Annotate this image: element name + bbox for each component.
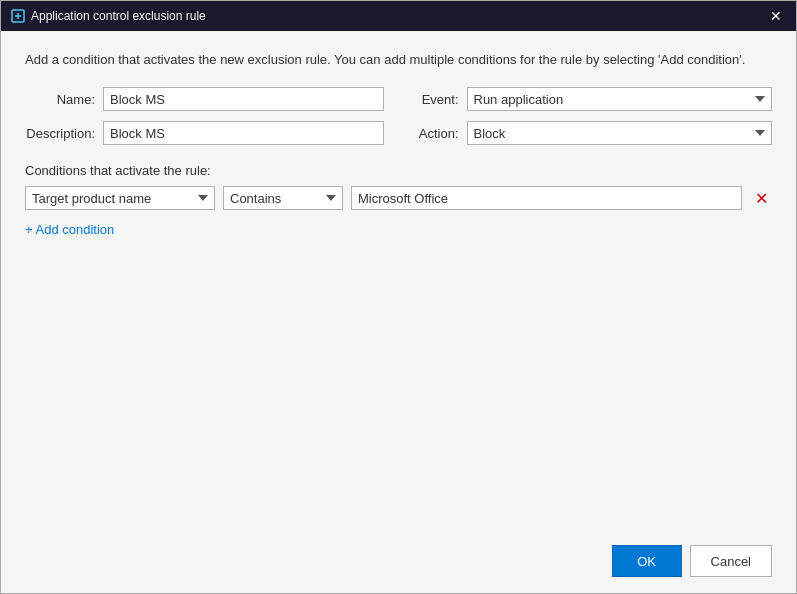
cancel-button[interactable]: Cancel bbox=[690, 545, 772, 577]
event-select[interactable]: Run application Run script Block applica… bbox=[467, 87, 773, 111]
conditions-section: Conditions that activate the rule: Targe… bbox=[25, 163, 772, 237]
event-row: Event: Run application Run script Block … bbox=[414, 87, 773, 111]
description-input[interactable] bbox=[103, 121, 384, 145]
spacer bbox=[25, 249, 772, 519]
dialog-footer: OK Cancel bbox=[1, 535, 796, 593]
conditions-label: Conditions that activate the rule: bbox=[25, 163, 772, 178]
condition-row: Target product name Target file name Tar… bbox=[25, 186, 772, 210]
event-label: Event: bbox=[414, 92, 459, 107]
app-icon bbox=[11, 9, 25, 23]
description-row: Description: bbox=[25, 121, 384, 145]
condition-value-input[interactable] bbox=[351, 186, 742, 210]
dialog-window: Application control exclusion rule ✕ Add… bbox=[0, 0, 797, 594]
add-condition-link[interactable]: + Add condition bbox=[25, 222, 114, 237]
title-bar-left: Application control exclusion rule bbox=[11, 9, 206, 23]
action-label: Action: bbox=[414, 126, 459, 141]
name-input[interactable] bbox=[103, 87, 384, 111]
name-label: Name: bbox=[25, 92, 95, 107]
ok-button[interactable]: OK bbox=[612, 545, 682, 577]
action-row: Action: Block Allow Audit bbox=[414, 121, 773, 145]
dialog-title: Application control exclusion rule bbox=[31, 9, 206, 23]
condition-delete-button[interactable]: ✕ bbox=[750, 187, 772, 209]
action-select[interactable]: Block Allow Audit bbox=[467, 121, 773, 145]
description-label: Description: bbox=[25, 126, 95, 141]
form-grid: Name: Event: Run application Run script … bbox=[25, 87, 772, 145]
close-button[interactable]: ✕ bbox=[764, 4, 788, 28]
condition-operator-select[interactable]: Contains Equals Starts with Ends with bbox=[223, 186, 343, 210]
name-row: Name: bbox=[25, 87, 384, 111]
condition-type-select[interactable]: Target product name Target file name Tar… bbox=[25, 186, 215, 210]
dialog-body: Add a condition that activates the new e… bbox=[1, 31, 796, 535]
title-bar: Application control exclusion rule ✕ bbox=[1, 1, 796, 31]
description-text: Add a condition that activates the new e… bbox=[25, 51, 772, 69]
